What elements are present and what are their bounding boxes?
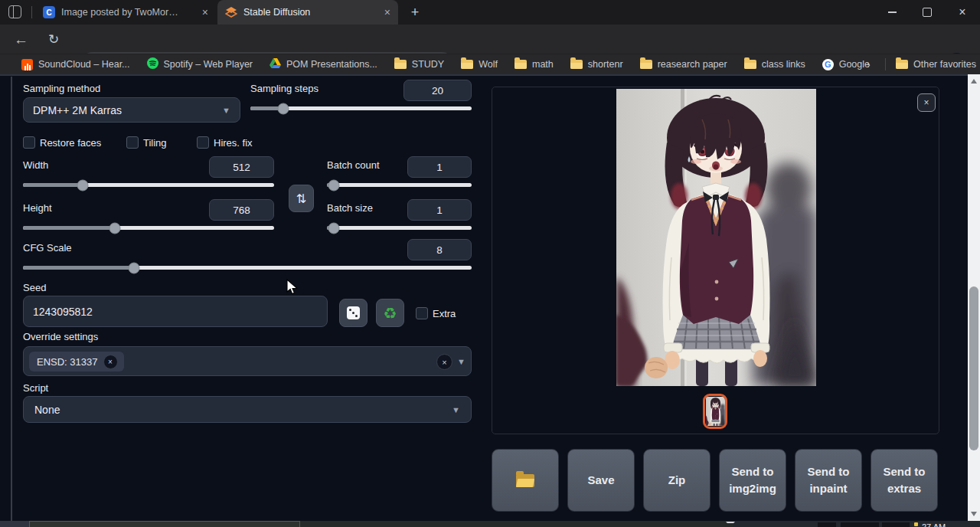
chevron-down-icon: ▼	[452, 405, 460, 414]
workspaces-icon[interactable]	[8, 5, 21, 18]
cfg-scale-value[interactable]: 8	[407, 239, 472, 260]
generated-image[interactable]	[616, 89, 816, 386]
tab-close-icon[interactable]: ×	[202, 7, 208, 18]
tab-civitai[interactable]: C Image posted by TwoMoreTimes ×	[35, 0, 216, 25]
slider-handle[interactable]	[129, 262, 140, 273]
tray-chevron-icon[interactable]	[726, 522, 735, 527]
bookmark-pom[interactable]: POM Presentations...	[270, 58, 377, 71]
save-button[interactable]: Save	[567, 449, 635, 512]
send-to-inpaint-button[interactable]: Send to inpaint	[795, 449, 862, 512]
bookmark-soundcloud[interactable]: SoundCloud – Hear...	[21, 59, 130, 70]
screen: C Image posted by TwoMoreTimes × Stable …	[0, 0, 980, 527]
hires-fix-checkbox[interactable]	[197, 136, 209, 149]
bookmark-spotify[interactable]: Spotify – Web Player	[147, 57, 253, 71]
bookmark-reasearch-paper[interactable]: reasearch paper	[640, 59, 727, 70]
tab-stable-diffusion[interactable]: Stable Diffusion ×	[217, 0, 398, 25]
height-value[interactable]: 768	[209, 199, 274, 221]
taskbar-app-icon[interactable]	[882, 522, 910, 527]
page-top-rule	[0, 74, 980, 76]
override-settings-label: Override settings	[23, 331, 98, 342]
batch-count-slider[interactable]	[327, 183, 472, 187]
slider-handle[interactable]	[77, 179, 89, 191]
taskbar-middle	[300, 521, 733, 527]
script-label: Script	[23, 382, 48, 394]
slider-handle[interactable]	[278, 103, 289, 114]
width-slider[interactable]	[23, 183, 274, 187]
sampling-method-dropdown[interactable]: DPM++ 2M Karras▼	[23, 97, 240, 123]
tab-close-icon[interactable]: ×	[384, 7, 390, 18]
open-folder-button[interactable]	[492, 449, 559, 512]
slider-handle[interactable]	[328, 222, 340, 234]
batch-count-value[interactable]: 1	[407, 156, 472, 178]
folder-icon	[394, 60, 407, 69]
override-chip[interactable]: ENSD: 31337 ×	[29, 352, 124, 372]
gradio-favicon	[225, 6, 237, 18]
google-icon: G	[822, 59, 834, 70]
bookmarks-bar: SoundCloud – Hear... Spotify – Web Playe…	[0, 54, 980, 74]
other-favorites[interactable]: Other favorites	[896, 59, 976, 70]
folder-icon	[516, 474, 534, 487]
batch-size-slider[interactable]	[327, 226, 472, 230]
reuse-seed-button[interactable]: ♻	[376, 299, 404, 327]
script-dropdown[interactable]: None▼	[23, 396, 472, 423]
minimize-button[interactable]	[874, 0, 910, 25]
slider-handle[interactable]	[109, 222, 121, 234]
new-tab-button[interactable]: +	[406, 3, 424, 21]
civitai-favicon: C	[43, 6, 55, 18]
bookmark-study[interactable]: STUDY	[394, 59, 444, 70]
sampling-steps-slider[interactable]	[250, 106, 472, 110]
taskbar-clock[interactable]: 27 AM	[922, 522, 975, 527]
restore-faces-label: Restore faces	[40, 137, 101, 149]
scroll-up-icon[interactable]	[971, 79, 977, 83]
bookmark-wolf[interactable]: Wolf	[461, 59, 498, 70]
gallery-panel: ×	[492, 87, 939, 434]
clear-all-icon[interactable]: ×	[436, 354, 452, 370]
tiling-checkbox[interactable]	[126, 136, 139, 149]
gallery-thumbnail[interactable]	[703, 394, 727, 429]
batch-size-value[interactable]: 1	[407, 199, 472, 221]
restore-faces-checkbox[interactable]	[23, 136, 35, 149]
slider-handle[interactable]	[328, 179, 340, 191]
vertical-scrollbar[interactable]	[968, 74, 980, 521]
close-image-button[interactable]: ×	[917, 93, 936, 112]
send-to-extras-button[interactable]: Send to extras	[871, 449, 938, 512]
override-settings-box[interactable]: ENSD: 31337 × × ▼	[23, 346, 472, 376]
taskbar-app-icon[interactable]	[818, 522, 836, 527]
width-value[interactable]: 512	[209, 156, 274, 178]
send-to-img2img-button[interactable]: Send to img2img	[719, 449, 786, 512]
refresh-icon[interactable]: ↻	[48, 31, 59, 47]
bookmark-class-links[interactable]: class links	[744, 59, 805, 70]
chevron-down-icon[interactable]: ▼	[457, 357, 466, 366]
chevron-down-icon: ▼	[222, 106, 230, 115]
cfg-scale-label: CFG Scale	[23, 242, 72, 254]
recycle-icon: ♻	[384, 304, 397, 322]
bookmark-google[interactable]: GGoogle	[822, 59, 870, 70]
scrollbar-thumb[interactable]	[969, 286, 978, 450]
taskbar-app-icon[interactable]	[841, 522, 879, 527]
seed-input[interactable]: 1243095812	[23, 296, 328, 327]
scroll-down-icon[interactable]	[971, 512, 977, 516]
drive-icon	[270, 58, 281, 71]
folder-icon	[640, 60, 652, 69]
random-seed-button[interactable]	[339, 299, 368, 327]
tab-title: Stable Diffusion	[243, 7, 310, 18]
chip-remove-icon[interactable]: ×	[103, 355, 118, 369]
bookmarks-divider	[885, 58, 886, 70]
page-left-divider	[11, 77, 12, 521]
bookmark-math[interactable]: math	[514, 59, 554, 70]
bookmark-shortenr[interactable]: shortenr	[570, 59, 623, 70]
zip-button[interactable]: Zip	[643, 449, 710, 512]
swap-dimensions-button[interactable]: ⇅	[289, 185, 314, 212]
back-icon[interactable]: ←	[14, 31, 28, 48]
close-window-button[interactable]: ×	[945, 0, 980, 25]
taskbar-start-area[interactable]	[0, 521, 29, 527]
taskbar-search-box[interactable]	[29, 521, 300, 527]
height-slider[interactable]	[23, 226, 274, 230]
browser-toolbar: ← ↻ ⓘ 127.0.0.1:7860 A) ☆+ » ♺ IA AD ∿ Y…	[0, 25, 980, 54]
seed-label: Seed	[23, 282, 46, 293]
bookmarks-overflow-chevron[interactable]: ›	[867, 58, 871, 70]
sampling-steps-value[interactable]: 20	[403, 80, 472, 101]
cfg-scale-slider[interactable]	[23, 266, 472, 270]
extra-checkbox[interactable]	[416, 307, 428, 319]
restore-button[interactable]	[910, 0, 945, 25]
